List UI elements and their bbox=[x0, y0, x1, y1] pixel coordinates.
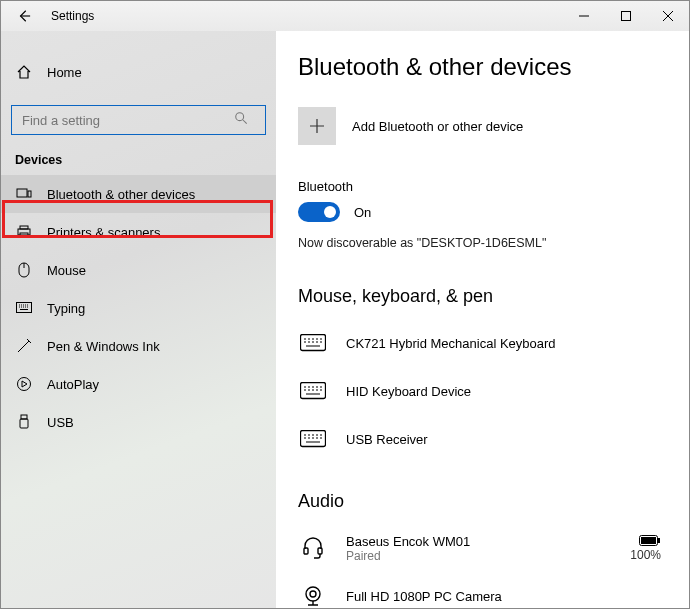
svg-point-1 bbox=[236, 113, 244, 121]
battery-percent: 100% bbox=[630, 548, 661, 562]
svg-rect-5 bbox=[20, 226, 28, 229]
svg-rect-15 bbox=[304, 548, 308, 554]
sidebar-item-pen[interactable]: Pen & Windows Ink bbox=[1, 327, 276, 365]
plus-icon bbox=[298, 107, 336, 145]
add-device-label: Add Bluetooth or other device bbox=[352, 119, 523, 134]
svg-rect-2 bbox=[17, 189, 27, 197]
pen-icon bbox=[15, 338, 33, 354]
home-link[interactable]: Home bbox=[1, 53, 276, 91]
maximize-button[interactable] bbox=[605, 1, 647, 31]
svg-rect-10 bbox=[21, 415, 27, 419]
window-title: Settings bbox=[51, 9, 94, 23]
keyboard-icon bbox=[298, 334, 328, 352]
group-audio-title: Audio bbox=[298, 491, 665, 512]
sidebar-item-label: Pen & Windows Ink bbox=[47, 339, 160, 354]
sidebar-item-label: AutoPlay bbox=[47, 377, 99, 392]
keyboard-icon bbox=[15, 302, 33, 314]
devices-icon bbox=[15, 186, 33, 202]
home-label: Home bbox=[47, 65, 82, 80]
sidebar-item-usb[interactable]: USB bbox=[1, 403, 276, 441]
sidebar-item-bluetooth[interactable]: Bluetooth & other devices bbox=[1, 175, 276, 213]
minimize-button[interactable] bbox=[563, 1, 605, 31]
sidebar: Home Devices Bluetooth & other devices P… bbox=[1, 31, 276, 608]
device-item[interactable]: CK721 Hybrid Mechanical Keyboard bbox=[298, 319, 665, 367]
device-name: Full HD 1080P PC Camera bbox=[346, 589, 502, 604]
battery-icon bbox=[630, 535, 661, 546]
sidebar-item-label: Mouse bbox=[47, 263, 86, 278]
sidebar-item-label: Bluetooth & other devices bbox=[47, 187, 195, 202]
svg-rect-3 bbox=[28, 191, 31, 197]
sidebar-item-label: Typing bbox=[47, 301, 85, 316]
device-item[interactable]: HID Keyboard Device bbox=[298, 367, 665, 415]
bluetooth-toggle[interactable] bbox=[298, 202, 340, 222]
printer-icon bbox=[15, 224, 33, 240]
svg-rect-11 bbox=[20, 419, 28, 428]
svg-rect-19 bbox=[658, 538, 660, 543]
usb-icon bbox=[15, 414, 33, 430]
keyboard-icon bbox=[298, 382, 328, 400]
svg-rect-0 bbox=[622, 12, 631, 21]
device-item[interactable]: USB Receiver bbox=[298, 415, 665, 463]
device-item[interactable]: Full HD 1080P PC Camera bbox=[298, 572, 665, 608]
sidebar-item-mouse[interactable]: Mouse bbox=[1, 251, 276, 289]
device-name: Baseus Encok WM01 bbox=[346, 534, 470, 549]
svg-point-9 bbox=[18, 378, 31, 391]
svg-point-20 bbox=[306, 587, 320, 601]
back-button[interactable] bbox=[15, 7, 33, 25]
sidebar-item-label: USB bbox=[47, 415, 74, 430]
svg-point-21 bbox=[310, 591, 316, 597]
close-button[interactable] bbox=[647, 1, 689, 31]
camera-icon bbox=[298, 584, 328, 608]
svg-rect-18 bbox=[641, 537, 656, 544]
content-pane: Bluetooth & other devices Add Bluetooth … bbox=[276, 31, 689, 608]
section-heading: Devices bbox=[1, 153, 276, 175]
home-icon bbox=[15, 64, 33, 80]
sidebar-item-label: Printers & scanners bbox=[47, 225, 160, 240]
bluetooth-state: On bbox=[354, 205, 371, 220]
headset-icon bbox=[298, 536, 328, 560]
autoplay-icon bbox=[15, 376, 33, 392]
titlebar: Settings bbox=[1, 1, 689, 31]
device-name: HID Keyboard Device bbox=[346, 384, 471, 399]
battery-indicator: 100% bbox=[630, 535, 665, 562]
sidebar-item-printers[interactable]: Printers & scanners bbox=[1, 213, 276, 251]
device-name: USB Receiver bbox=[346, 432, 428, 447]
discoverable-text: Now discoverable as "DESKTOP-1D6ESML" bbox=[298, 236, 665, 250]
search-input[interactable] bbox=[11, 105, 266, 135]
device-item[interactable]: Baseus Encok WM01 Paired 100% bbox=[298, 524, 665, 572]
keyboard-icon bbox=[298, 430, 328, 448]
search-icon bbox=[234, 111, 248, 125]
page-title: Bluetooth & other devices bbox=[298, 53, 665, 81]
sidebar-item-autoplay[interactable]: AutoPlay bbox=[1, 365, 276, 403]
sidebar-item-typing[interactable]: Typing bbox=[1, 289, 276, 327]
device-status: Paired bbox=[346, 549, 470, 563]
mouse-icon bbox=[15, 262, 33, 278]
device-name: CK721 Hybrid Mechanical Keyboard bbox=[346, 336, 556, 351]
add-device-row[interactable]: Add Bluetooth or other device bbox=[298, 107, 665, 145]
group-mouse-keyboard-title: Mouse, keyboard, & pen bbox=[298, 286, 665, 307]
bluetooth-label: Bluetooth bbox=[298, 179, 665, 194]
svg-rect-16 bbox=[318, 548, 322, 554]
